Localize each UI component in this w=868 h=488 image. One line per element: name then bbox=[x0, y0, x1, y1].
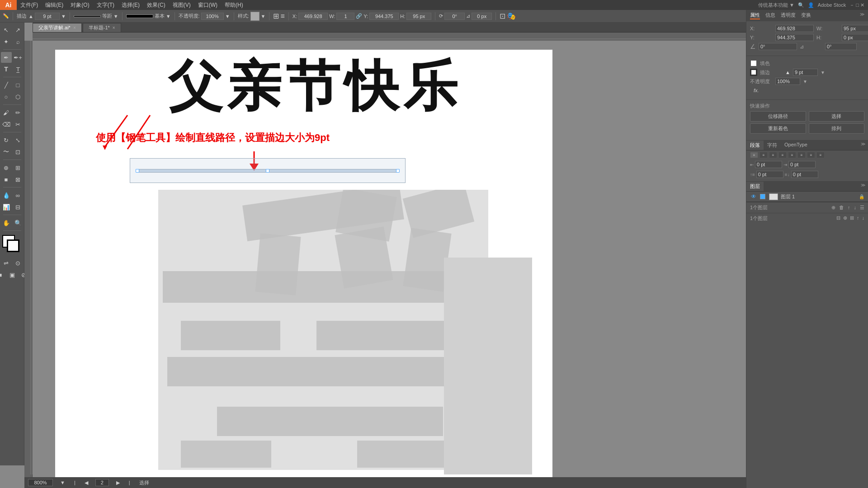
panel-collapse-icon[interactable]: ≫ bbox=[860, 12, 864, 19]
h-value-input[interactable] bbox=[842, 34, 868, 41]
stroke-swatch[interactable] bbox=[7, 239, 19, 252]
solid-color-btn[interactable]: ■ bbox=[0, 269, 6, 280]
opacity-input[interactable] bbox=[201, 13, 224, 20]
search-icon[interactable]: 🔍 bbox=[798, 2, 804, 8]
zoom-arrow[interactable]: ▼ bbox=[60, 480, 65, 485]
angle-input[interactable] bbox=[444, 13, 465, 20]
align-right-btn[interactable]: ≡ bbox=[769, 152, 777, 158]
add-anchor-tool[interactable]: ✒+ bbox=[13, 52, 24, 63]
layer-settings-btn[interactable]: ☰ bbox=[860, 205, 864, 211]
line-tool[interactable]: ╱ bbox=[1, 80, 12, 90]
scissor-tool[interactable]: ✂ bbox=[13, 119, 24, 130]
page-number-input[interactable] bbox=[95, 479, 109, 486]
path-line-container[interactable] bbox=[130, 158, 406, 183]
tab-paragraph[interactable]: 段落 bbox=[746, 141, 764, 150]
chart-tool[interactable]: 📊 bbox=[1, 202, 12, 212]
page-nav-btn-4[interactable]: ↑ bbox=[857, 215, 859, 221]
brush-tool[interactable]: 🖌 bbox=[1, 107, 12, 118]
rect-tool[interactable]: □ bbox=[13, 80, 24, 90]
pen-tool[interactable]: ✒ bbox=[1, 52, 12, 63]
default-colors[interactable]: ⊙ bbox=[13, 258, 24, 268]
move-down-btn[interactable]: ↓ bbox=[854, 205, 857, 211]
align-justify-btn[interactable]: ≡ bbox=[778, 152, 787, 158]
align-justify-left-btn[interactable]: ≡ bbox=[788, 152, 796, 158]
layer-1[interactable]: 👁 图层 1 🔒 bbox=[746, 192, 868, 202]
stroke-up-icon[interactable]: ▲ bbox=[28, 14, 33, 19]
tab-transform[interactable]: 变换 bbox=[801, 12, 811, 19]
indent-right-input[interactable] bbox=[788, 161, 816, 168]
recolor-btn[interactable]: 重新着色 bbox=[750, 123, 806, 134]
select-btn[interactable]: 选择 bbox=[809, 111, 865, 122]
lasso-tool[interactable]: ⌕ bbox=[13, 36, 24, 47]
link-icon[interactable]: 🔗 bbox=[356, 13, 362, 19]
menu-select[interactable]: 选择(E) bbox=[118, 0, 143, 10]
style-arrow[interactable]: ▼ bbox=[261, 14, 266, 19]
gradient-btn[interactable]: ▣ bbox=[7, 269, 18, 280]
align-justify-center-btn[interactable]: ≡ bbox=[797, 152, 806, 158]
type-tool[interactable]: T bbox=[1, 64, 12, 75]
space-after-input[interactable] bbox=[791, 171, 818, 178]
opacity-arrow[interactable]: ▼ bbox=[225, 14, 230, 19]
shape-builder-tool[interactable]: ⊕ bbox=[1, 162, 12, 173]
align-icon[interactable]: ⊞ bbox=[273, 12, 279, 20]
extra-input[interactable] bbox=[472, 13, 492, 20]
hand-tool[interactable]: ✋ bbox=[1, 217, 12, 228]
next-page-btn[interactable]: ▶ bbox=[116, 480, 120, 486]
window-controls[interactable]: － □ ✕ bbox=[849, 2, 864, 9]
stroke-down-icon[interactable]: ▼ bbox=[61, 14, 66, 19]
y-value-input[interactable] bbox=[775, 34, 814, 41]
tab-properties[interactable]: 属性 bbox=[750, 12, 760, 19]
char-panel-collapse[interactable]: ≫ bbox=[858, 141, 868, 150]
path-handle-right[interactable] bbox=[396, 169, 400, 173]
type-path-tool[interactable]: T̲ bbox=[13, 64, 24, 75]
doc-tab-2[interactable]: 半标题-1* × bbox=[83, 23, 121, 32]
puppet-icon[interactable]: 🎭 bbox=[507, 12, 516, 20]
arrange-btn[interactable]: 排列 bbox=[809, 123, 865, 134]
h-coord-input[interactable] bbox=[406, 13, 431, 20]
tab-info[interactable]: 信息 bbox=[765, 12, 775, 19]
eraser-tool[interactable]: ⌫ bbox=[1, 119, 12, 130]
x-value-input[interactable] bbox=[775, 25, 814, 32]
slice-tool[interactable]: ⊟ bbox=[13, 202, 24, 212]
zoom-input[interactable] bbox=[28, 479, 53, 486]
x-coord-input[interactable] bbox=[298, 13, 328, 20]
page-nav-btn-1[interactable]: ⊟ bbox=[836, 215, 840, 221]
align-justify-right-btn[interactable]: ≡ bbox=[807, 152, 815, 158]
stroke-size-input[interactable] bbox=[35, 13, 60, 20]
menu-type[interactable]: 文字(T) bbox=[93, 0, 118, 10]
stroke-type-arrow[interactable]: ▼ bbox=[113, 14, 118, 19]
user-icon[interactable]: 👤 bbox=[808, 2, 814, 8]
layer-visibility-icon[interactable]: 👁 bbox=[750, 193, 757, 200]
layers-panel-collapse[interactable]: ≫ bbox=[858, 182, 868, 191]
menu-effect[interactable]: 效果(C) bbox=[143, 0, 169, 10]
menu-edit[interactable]: 编辑(E) bbox=[42, 0, 67, 10]
menu-view[interactable]: 视图(V) bbox=[169, 0, 194, 10]
polygon-tool[interactable]: ⬡ bbox=[13, 91, 24, 102]
stroke-size-arrow[interactable]: ▼ bbox=[821, 70, 825, 75]
doc-tab-1-close[interactable]: × bbox=[73, 25, 76, 30]
swap-fill-stroke[interactable]: ⇌ bbox=[1, 258, 12, 268]
rotate-tool[interactable]: ↻ bbox=[1, 135, 12, 145]
stroke-size-panel-input[interactable] bbox=[793, 69, 818, 76]
indent-left-input[interactable] bbox=[755, 161, 782, 168]
blend-tool[interactable]: ∞ bbox=[13, 190, 24, 201]
doc-tab-2-close[interactable]: × bbox=[113, 25, 115, 30]
zoom-tool[interactable]: 🔍 bbox=[13, 217, 24, 228]
mesh-tool[interactable]: ⊠ bbox=[13, 174, 24, 185]
align-full-btn[interactable]: ≡ bbox=[816, 152, 825, 158]
gradient-tool[interactable]: ■ bbox=[1, 174, 12, 185]
path-handle-left[interactable] bbox=[136, 169, 139, 173]
tab-character[interactable]: 字符 bbox=[764, 141, 781, 150]
w-value-input[interactable] bbox=[842, 25, 868, 32]
align-center-btn[interactable]: ≡ bbox=[760, 152, 768, 158]
path-handle-center[interactable] bbox=[266, 169, 269, 173]
transform-icon[interactable]: ⊡ bbox=[500, 12, 505, 20]
y-coord-input[interactable] bbox=[369, 13, 399, 20]
page-nav-btn-5[interactable]: ↓ bbox=[862, 215, 865, 221]
page-nav-btn-2[interactable]: ⊕ bbox=[843, 215, 847, 221]
path-offset-btn[interactable]: 位移路径 bbox=[750, 111, 806, 122]
angle-value-input[interactable] bbox=[759, 43, 797, 50]
ellipse-tool[interactable]: ○ bbox=[1, 91, 12, 102]
distribute-icon[interactable]: ≡ bbox=[280, 12, 284, 20]
tab-layers[interactable]: 图层 bbox=[746, 182, 764, 191]
